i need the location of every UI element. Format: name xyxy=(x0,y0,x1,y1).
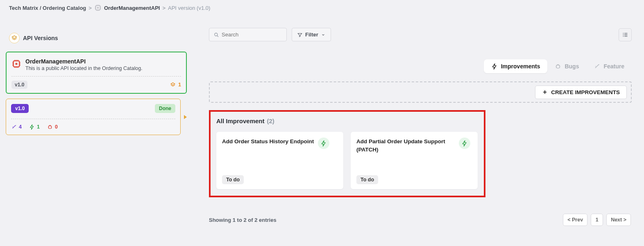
divider xyxy=(11,119,175,119)
breadcrumb-path[interactable]: Tech Matrix / Ordering Catalog xyxy=(9,5,86,11)
caret-right-icon xyxy=(184,115,187,119)
card-footer: To do xyxy=(222,166,338,184)
chevron-right-icon: > xyxy=(88,5,92,11)
version-row: v1.0 Done 4 1 0 xyxy=(6,99,187,135)
tabs-wrap: Improvements Bugs Feature xyxy=(209,59,632,73)
api-description: This is a public API located in the Orde… xyxy=(25,65,143,71)
layers-icon xyxy=(9,33,20,43)
showing-text: Showing 1 to 2 of 2 entries xyxy=(209,217,277,223)
breadcrumb: Tech Matrix / Ordering Catalog > OrderMa… xyxy=(0,0,644,16)
filter-icon xyxy=(297,32,303,38)
pager-page[interactable]: 1 xyxy=(591,214,603,226)
card-title: Add Partial Order Update Support (PATCH) xyxy=(356,138,455,153)
plus-icon xyxy=(542,89,548,95)
create-improvements-button[interactable]: CREATE IMPROVEMENTS xyxy=(535,86,627,99)
filter-label: Filter xyxy=(305,32,318,38)
card-title: Add Order Status History Endpoint xyxy=(222,138,314,146)
filter-button[interactable]: Filter xyxy=(292,28,331,41)
cards: Add Order Status History Endpoint To do … xyxy=(216,132,478,189)
dropzone[interactable]: CREATE IMPROVEMENTS xyxy=(209,81,632,103)
chip-icon xyxy=(94,4,102,11)
card-head: Add Partial Order Update Support (PATCH) xyxy=(356,138,472,153)
chip-icon xyxy=(11,59,21,69)
breadcrumb-version: API version (v1.0) xyxy=(168,5,210,11)
wand-icon xyxy=(594,63,600,70)
list-title: All Improvement (2) xyxy=(216,117,478,124)
create-label: CREATE IMPROVEMENTS xyxy=(551,89,620,95)
search-field[interactable] xyxy=(222,32,282,38)
card-footer: To do xyxy=(356,166,472,184)
list-title-count: (2) xyxy=(267,117,274,124)
main: Filter Improvements Bugs xyxy=(193,16,644,245)
status-badge: To do xyxy=(222,175,244,184)
stat-improvements: 1 xyxy=(29,124,40,130)
stat-bugs-value: 0 xyxy=(55,124,58,130)
version-pill: v1.0 xyxy=(11,81,27,89)
tab-improvements-label: Improvements xyxy=(501,63,540,70)
tab-bugs[interactable]: Bugs xyxy=(547,59,586,73)
footer: Showing 1 to 2 of 2 entries < Prev 1 Nex… xyxy=(209,214,632,226)
breadcrumb-api[interactable]: OrderManagementAPI xyxy=(104,5,160,11)
tabs: Improvements Bugs Feature xyxy=(484,59,632,73)
version-count: 1 xyxy=(170,82,181,88)
tab-improvements[interactable]: Improvements xyxy=(484,59,548,73)
pager-next[interactable]: Next > xyxy=(606,214,631,226)
api-card-footer: v1.0 1 xyxy=(11,81,181,89)
list-title-text: All Improvement xyxy=(216,117,265,124)
tab-feature[interactable]: Feature xyxy=(586,59,632,73)
pager: < Prev 1 Next > xyxy=(563,214,631,226)
improvement-card[interactable]: Add Partial Order Update Support (PATCH)… xyxy=(351,132,478,189)
version-count-value: 1 xyxy=(178,82,181,88)
bolt-icon xyxy=(318,138,329,149)
search-icon xyxy=(213,32,219,38)
tab-feature-label: Feature xyxy=(603,63,624,70)
status-badge: Done xyxy=(155,104,175,113)
bolt-icon xyxy=(459,138,470,149)
improvement-card[interactable]: Add Order Status History Endpoint To do xyxy=(216,132,343,189)
sidebar: API Versions OrderManagementAPI This is … xyxy=(0,16,193,245)
stat-improvements-value: 1 xyxy=(37,124,40,130)
api-card-head: OrderManagementAPI This is a public API … xyxy=(11,58,181,71)
api-card[interactable]: OrderManagementAPI This is a public API … xyxy=(6,52,187,94)
bug-icon xyxy=(555,63,561,70)
section-title: API Versions xyxy=(23,35,58,41)
section-header: API Versions xyxy=(9,33,187,43)
status-badge: To do xyxy=(356,175,378,184)
chevron-down-icon xyxy=(321,32,326,37)
layout: API Versions OrderManagementAPI This is … xyxy=(0,16,644,245)
version-pill-primary: v1.0 xyxy=(11,104,29,113)
toolbar: Filter xyxy=(209,28,632,41)
version-card-top: v1.0 Done xyxy=(11,104,175,113)
highlight-zone: All Improvement (2) Add Order Status His… xyxy=(209,110,485,197)
stat-features-value: 4 xyxy=(19,124,22,130)
stat-features: 4 xyxy=(11,124,22,130)
search-input[interactable] xyxy=(209,28,287,41)
divider xyxy=(11,76,181,77)
card-head: Add Order Status History Endpoint xyxy=(222,138,338,149)
version-stats: 4 1 0 xyxy=(11,124,175,130)
api-title: OrderManagementAPI xyxy=(25,58,143,65)
bolt-icon xyxy=(491,63,498,70)
view-list-button[interactable] xyxy=(619,28,632,41)
stat-bugs: 0 xyxy=(47,124,58,130)
version-card[interactable]: v1.0 Done 4 1 0 xyxy=(6,99,181,135)
pager-prev[interactable]: < Prev xyxy=(563,214,587,226)
tab-bugs-label: Bugs xyxy=(565,63,579,70)
chevron-right-icon: > xyxy=(162,5,166,11)
